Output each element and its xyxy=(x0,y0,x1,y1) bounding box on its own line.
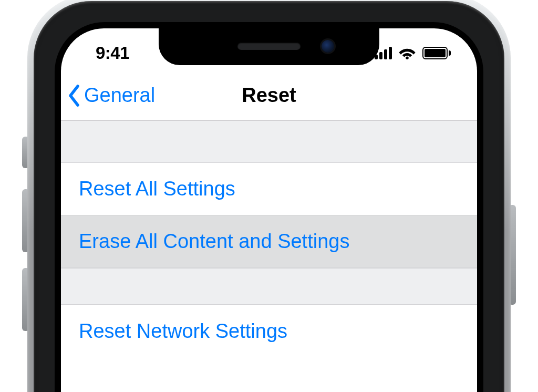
row-label: Reset All Settings xyxy=(79,178,235,200)
settings-list: Reset All Settings Erase All Content and… xyxy=(61,121,477,357)
wifi-icon xyxy=(398,47,416,59)
front-camera xyxy=(322,40,334,53)
battery-icon xyxy=(422,47,451,59)
status-time: 9:41 xyxy=(96,43,129,63)
speaker-grille xyxy=(237,43,301,50)
status-icons xyxy=(375,47,451,59)
section-spacer xyxy=(61,268,477,305)
back-button[interactable]: General xyxy=(67,84,155,107)
display-notch xyxy=(159,28,379,65)
chevron-left-icon xyxy=(67,84,82,107)
phone-screen: 9:41 xyxy=(61,28,477,392)
navigation-bar: General Reset xyxy=(61,70,477,121)
back-label: General xyxy=(84,84,155,107)
svg-point-0 xyxy=(406,56,409,59)
section-spacer xyxy=(61,121,477,163)
reset-network-settings-row[interactable]: Reset Network Settings xyxy=(61,305,477,357)
row-label: Erase All Content and Settings xyxy=(79,230,349,253)
reset-all-settings-row[interactable]: Reset All Settings xyxy=(61,163,477,215)
erase-all-content-row[interactable]: Erase All Content and Settings xyxy=(61,215,477,268)
row-label: Reset Network Settings xyxy=(79,320,287,343)
phone-frame: 9:41 xyxy=(27,0,511,392)
